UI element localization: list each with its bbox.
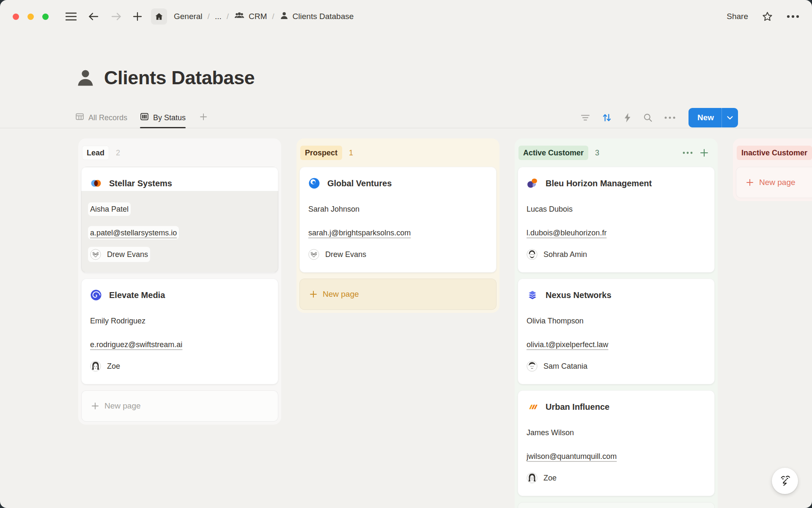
contact-name: Olivia Thompson: [527, 316, 706, 326]
column-count: 3: [595, 149, 599, 157]
sidebar-menu-button[interactable]: [66, 12, 77, 21]
breadcrumb-general[interactable]: General: [174, 12, 203, 21]
assistant-button[interactable]: [772, 468, 798, 494]
view-options-button[interactable]: [664, 116, 675, 119]
new-record-button-group: New: [689, 108, 738, 127]
card-title: Elevate Media: [109, 290, 165, 300]
tab-by-status[interactable]: By Status: [140, 108, 186, 128]
tab-all-records[interactable]: All Records: [75, 108, 127, 128]
close-window-button[interactable]: [13, 14, 19, 20]
kanban-card-stellar-systems[interactable]: Stellar Systems Aisha Patel a.patel@stel…: [81, 167, 278, 273]
kanban-card-nexus-networks[interactable]: Nexus Networks Olivia Thompson olivia.t@…: [518, 279, 715, 384]
page-title[interactable]: Clients Database: [104, 67, 255, 89]
search-button[interactable]: [643, 113, 653, 123]
column-active-customer: Active Customer 3 Bleu Horizon Managemen…: [515, 138, 718, 508]
owner-row: Zoe: [90, 360, 269, 372]
column-header: Prospect 1: [299, 141, 497, 167]
pie-icon: [527, 177, 538, 189]
face-logo-icon: [777, 472, 793, 489]
kanban-board: Lead 2 Stellar Systems Aisha Patel a.pat…: [0, 138, 812, 508]
kanban-card-bleu-horizon[interactable]: Bleu Horizon Management Lucas Dubois l.d…: [518, 167, 715, 273]
ellipsis-icon: [664, 116, 675, 119]
plus-icon: [309, 290, 318, 298]
column-count: 2: [116, 149, 120, 157]
email-link[interactable]: e.rodriguez@swiftstream.ai: [90, 340, 269, 349]
column-header: Inactive Customer: [736, 141, 812, 167]
plus-icon: [132, 11, 143, 22]
share-button[interactable]: Share: [727, 12, 748, 21]
card-title: Bleu Horizon Management: [546, 179, 652, 188]
more-options-button[interactable]: [787, 15, 799, 18]
new-page-button[interactable]: [518, 502, 715, 508]
breadcrumb-separator: /: [227, 12, 229, 21]
column-prospect: Prospect 1 Global Ventures Sarah Johnson…: [296, 138, 499, 313]
board-view-icon: [140, 112, 149, 123]
column-add-card-button[interactable]: [700, 148, 709, 157]
forward-button[interactable]: [110, 11, 122, 22]
search-icon: [643, 113, 653, 123]
breadcrumb-clients-database[interactable]: Clients Database: [280, 11, 354, 22]
layers-icon: [527, 289, 538, 301]
automations-button[interactable]: [624, 113, 631, 123]
new-record-button[interactable]: New: [689, 108, 721, 127]
avatar-drew-evans: [308, 249, 319, 260]
card-title: Stellar Systems: [109, 179, 172, 188]
column-lead: Lead 2 Stellar Systems Aisha Patel a.pat…: [78, 138, 281, 425]
zoom-window-button[interactable]: [42, 14, 49, 20]
venn-icon: [90, 177, 102, 189]
tabs-divider: [0, 128, 812, 128]
owner-row: Sam Catania: [527, 360, 706, 372]
new-page-button[interactable]: New page: [299, 279, 497, 310]
kanban-card-elevate-media[interactable]: Elevate Media Emily Rodriguez e.rodrigue…: [81, 279, 278, 384]
new-page-button[interactable]: New page: [81, 390, 278, 422]
breadcrumb: General / ... / CRM / Clients Database: [174, 11, 354, 22]
breadcrumb-crm[interactable]: CRM: [234, 11, 267, 22]
avatar-sam-catania: [527, 361, 538, 372]
kanban-card-urban-influence[interactable]: Urban Influence James Wilson jwilson@qua…: [518, 390, 715, 496]
card-title: Nexus Networks: [546, 290, 612, 300]
owner-name: Zoe: [107, 362, 120, 371]
hamburger-icon: [66, 12, 77, 21]
email-link[interactable]: olivia.t@pixelperfect.law: [527, 340, 706, 349]
column-inactive-customer: Inactive Customer New page: [733, 138, 812, 201]
arrow-left-icon: [88, 11, 99, 22]
people-icon: [234, 11, 245, 22]
add-view-button[interactable]: [199, 108, 208, 128]
plus-icon: [91, 402, 99, 410]
avatar-zoe: [90, 361, 101, 372]
chevron-down-icon: [727, 114, 733, 121]
minimize-window-button[interactable]: [27, 14, 34, 20]
window-titlebar: General / ... / CRM / Clients Database S…: [0, 0, 812, 33]
column-options-button[interactable]: [683, 152, 693, 154]
column-header: Lead 2: [81, 141, 278, 167]
owner-name: Drew Evans: [325, 250, 366, 259]
new-tab-button[interactable]: [132, 11, 143, 22]
breadcrumb-ellipsis[interactable]: ...: [215, 12, 222, 21]
owner-row: Drew Evans: [90, 248, 269, 260]
page-icon-person[interactable]: [75, 68, 96, 88]
favorite-button[interactable]: [762, 11, 773, 22]
email-link[interactable]: l.dubois@bleuhorizon.fr: [527, 228, 706, 237]
app-window: General / ... / CRM / Clients Database S…: [0, 0, 812, 508]
back-button[interactable]: [88, 11, 99, 22]
card-title: Urban Influence: [546, 402, 609, 412]
kanban-card-global-ventures[interactable]: Global Ventures Sarah Johnson sarah.j@br…: [299, 167, 497, 273]
email-link[interactable]: sarah.j@brightsparksolns.com: [308, 228, 488, 237]
view-tabs: All Records By Status: [75, 108, 208, 128]
email-link[interactable]: a.patel@stellarsystems.io: [90, 228, 269, 237]
new-record-dropdown-button[interactable]: [722, 108, 738, 127]
spiral-icon: [90, 289, 102, 301]
owner-name: Sohrab Amin: [543, 250, 587, 259]
contact-name: Lucas Dubois: [527, 204, 706, 214]
sort-button[interactable]: [601, 112, 612, 123]
owner-row: Drew Evans: [308, 248, 488, 260]
status-badge-lead: Lead: [82, 146, 109, 160]
email-link[interactable]: jwilson@quantumquill.com: [527, 452, 706, 461]
contact-name: James Wilson: [527, 428, 706, 437]
star-icon: [762, 11, 773, 22]
avatar-drew-evans: [90, 249, 101, 260]
new-page-button[interactable]: New page: [736, 167, 812, 198]
home-button[interactable]: [151, 8, 167, 25]
status-badge-inactive-customer: Inactive Customer: [737, 146, 812, 160]
filter-button[interactable]: [581, 114, 590, 121]
